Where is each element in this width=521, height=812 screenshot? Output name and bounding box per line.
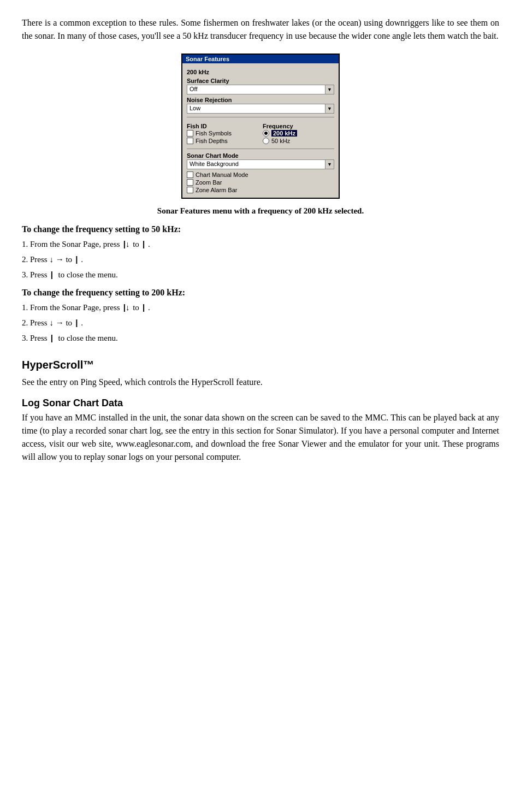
chart-manual-mode-item[interactable]: Chart Manual Mode <box>187 171 334 178</box>
freq-50-radio[interactable] <box>263 138 269 144</box>
hyperscroll-text: See the entry on Ping Speed, which contr… <box>22 376 499 389</box>
sonar-chart-mode-label: Sonar Chart Mode <box>187 152 334 159</box>
fish-depths-checkbox-item[interactable]: Fish Depths <box>187 138 258 144</box>
dialog-wrapper: Sonar Features 200 kHz Surface Clarity O… <box>22 54 499 199</box>
zoom-bar-checkbox[interactable] <box>187 179 193 186</box>
freq-200-radio[interactable] <box>263 130 269 137</box>
freq-50-value: 50 kHz <box>271 138 290 144</box>
intro-paragraph: There is a common exception to these rul… <box>22 16 499 43</box>
dialog-caption: Sonar Features menu with a frequency of … <box>22 206 499 216</box>
fish-depths-label: Fish Depths <box>196 138 228 144</box>
noise-rejection-label: Noise Rejection <box>187 97 334 103</box>
white-background-value[interactable]: White Background <box>187 159 325 169</box>
step-200khz-1: 1. From the Sonar Page, press |↓ to | . <box>22 300 499 315</box>
hyperscroll-heading: HyperScroll™ <box>22 359 499 371</box>
fish-symbols-checkbox[interactable] <box>187 130 193 137</box>
fish-depths-checkbox[interactable] <box>187 138 193 144</box>
sonar-features-dialog: Sonar Features 200 kHz Surface Clarity O… <box>181 54 340 199</box>
section-200khz-heading: To change the frequency setting to 200 k… <box>22 288 499 298</box>
zoom-bar-item[interactable]: Zoom Bar <box>187 179 334 186</box>
noise-rejection-dropdown[interactable]: Low ▼ <box>187 104 334 114</box>
log-sonar-text: If you have an MMC installed in the unit… <box>22 411 499 464</box>
frequency-col-label: Frequency <box>263 123 334 129</box>
surface-clarity-arrow[interactable]: ▼ <box>325 85 334 94</box>
dialog-titlebar: Sonar Features <box>182 55 339 63</box>
surface-clarity-label: Surface Clarity <box>187 78 334 84</box>
freq-200-value: 200 kHz <box>271 130 297 137</box>
sonar-chart-mode-dropdown[interactable]: White Background ▼ <box>187 159 334 169</box>
step-50khz-2: 2. Press ↓ → to | . <box>22 252 499 267</box>
freq-200-label: 200 kHz <box>187 69 334 75</box>
sonar-chart-mode-arrow[interactable]: ▼ <box>325 159 334 169</box>
chart-manual-mode-checkbox[interactable] <box>187 171 193 178</box>
divider-2 <box>187 149 334 149</box>
surface-clarity-dropdown[interactable]: Off ▼ <box>187 85 334 94</box>
fish-id-col: Fish ID Fish Symbols Fish Depths <box>187 121 258 145</box>
noise-rejection-value[interactable]: Low <box>187 104 325 114</box>
fish-frequency-row: Fish ID Fish Symbols Fish Depths Frequen… <box>187 121 334 145</box>
zoom-bar-label: Zoom Bar <box>196 179 222 186</box>
fish-symbols-label: Fish Symbols <box>196 130 232 137</box>
section-200khz: To change the frequency setting to 200 k… <box>22 288 499 346</box>
surface-clarity-value[interactable]: Off <box>187 85 325 94</box>
fish-symbols-checkbox-item[interactable]: Fish Symbols <box>187 130 258 137</box>
section-50khz: To change the frequency setting to 50 kH… <box>22 224 499 282</box>
zone-alarm-bar-label: Zone Alarm Bar <box>196 187 237 193</box>
noise-rejection-arrow[interactable]: ▼ <box>325 104 334 114</box>
step-50khz-3: 3. Press | to close the menu. <box>22 267 499 282</box>
dialog-body: 200 kHz Surface Clarity Off ▼ Noise Reje… <box>182 63 339 198</box>
freq-50-radio-item[interactable]: 50 kHz <box>263 138 334 144</box>
zone-alarm-bar-checkbox[interactable] <box>187 187 193 193</box>
zone-alarm-bar-item[interactable]: Zone Alarm Bar <box>187 187 334 193</box>
step-50khz-1: 1. From the Sonar Page, press |↓ to | . <box>22 236 499 252</box>
section-50khz-heading: To change the frequency setting to 50 kH… <box>22 224 499 234</box>
chart-manual-mode-label: Chart Manual Mode <box>196 171 248 178</box>
divider-1 <box>187 117 334 117</box>
frequency-col: Frequency 200 kHz 50 kHz <box>263 121 334 145</box>
step-200khz-2: 2. Press ↓ → to | . <box>22 315 499 330</box>
fish-id-label: Fish ID <box>187 123 258 129</box>
step-200khz-3: 3. Press | to close the menu. <box>22 330 499 346</box>
log-sonar-heading: Log Sonar Chart Data <box>22 398 499 409</box>
freq-200-radio-item[interactable]: 200 kHz <box>263 130 334 137</box>
